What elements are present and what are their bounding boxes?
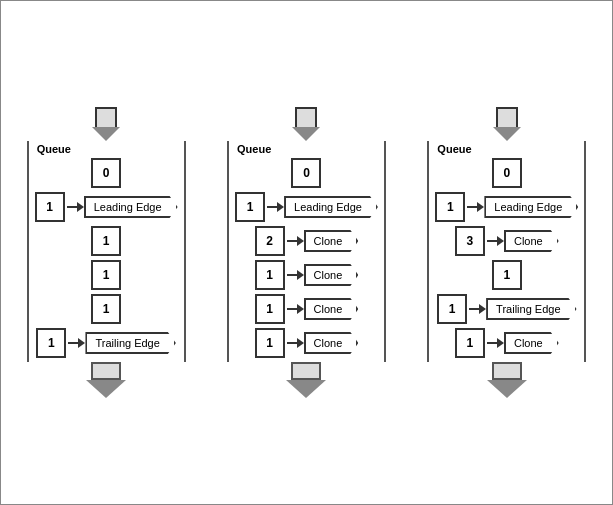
queue-label: Queue <box>435 143 471 155</box>
queue-cell-0: 0 <box>291 158 321 188</box>
top-arrow <box>493 107 521 141</box>
label-leading-edge: Leading Edge <box>84 196 178 218</box>
label-clone: Clone <box>304 332 359 354</box>
arrow-head <box>297 304 304 314</box>
arrow-right <box>67 202 84 212</box>
arrow-right <box>287 338 304 348</box>
queue-pipe: Queue01 Leading Edge3 Clone11 Trailing E… <box>427 141 586 362</box>
arrow-shaft <box>287 274 297 276</box>
queue-row: 1 Trailing Edge <box>437 294 576 324</box>
diagram-diagram-1: Queue01 Leading Edge1111 Trailing Edge <box>27 107 186 398</box>
arrow-shaft <box>487 240 497 242</box>
queue-row: 2 Clone <box>255 226 359 256</box>
queue-row: 1 <box>91 260 121 290</box>
queue-cell-0: 0 <box>492 158 522 188</box>
label-clone: Clone <box>304 264 359 286</box>
queue-cell-3: 1 <box>492 260 522 290</box>
label-leading-edge: Leading Edge <box>284 196 378 218</box>
arrow-head <box>292 127 320 141</box>
queue-cell-3: 1 <box>255 260 285 290</box>
queue-row: 3 Clone <box>455 226 559 256</box>
arrow-right <box>68 338 85 348</box>
arrow-shaft <box>95 107 117 127</box>
arrow-right <box>487 338 504 348</box>
queue-label: Queue <box>235 143 271 155</box>
queue-label: Queue <box>35 143 71 155</box>
arrow-shaft <box>91 362 121 380</box>
arrow-right <box>467 202 484 212</box>
queue-row: 1 <box>91 294 121 324</box>
queue-cell-2: 3 <box>455 226 485 256</box>
queue-cell-3: 1 <box>91 260 121 290</box>
arrow-right <box>287 304 304 314</box>
label-clone: Clone <box>504 230 559 252</box>
arrow-right <box>487 236 504 246</box>
queue-row: 1 Leading Edge <box>35 192 178 222</box>
top-arrow <box>92 107 120 141</box>
arrow-right <box>287 270 304 280</box>
label-clone: Clone <box>504 332 559 354</box>
queue-pipe: Queue01 Leading Edge1111 Trailing Edge <box>27 141 186 362</box>
arrow-head <box>487 380 527 398</box>
arrow-shaft <box>267 206 277 208</box>
arrow-head <box>297 236 304 246</box>
queue-cell-4: 1 <box>255 294 285 324</box>
arrow-head <box>277 202 284 212</box>
arrow-shaft <box>67 206 77 208</box>
arrow-shaft <box>467 206 477 208</box>
queue-cell-5: 1 <box>255 328 285 358</box>
arrow-head <box>78 338 85 348</box>
arrow-shaft <box>487 342 497 344</box>
queue-pipe: Queue01 Leading Edge2 Clone1 Clone1 Clon… <box>227 141 386 362</box>
queue-row: 1 Leading Edge <box>235 192 378 222</box>
queue-row: 1 Leading Edge <box>435 192 578 222</box>
arrow-right <box>267 202 284 212</box>
label-trailing-edge: Trailing Edge <box>486 298 576 320</box>
label-trailing-edge: Trailing Edge <box>85 332 175 354</box>
queue-cell-1: 1 <box>435 192 465 222</box>
queue-row: 1 Clone <box>255 260 359 290</box>
diagram-diagram-3: Queue01 Leading Edge3 Clone11 Trailing E… <box>427 107 586 398</box>
queue-row: 1 <box>91 226 121 256</box>
arrow-shaft <box>492 362 522 380</box>
top-arrow <box>292 107 320 141</box>
queue-cell-2: 2 <box>255 226 285 256</box>
label-leading-edge: Leading Edge <box>484 196 578 218</box>
queue-cell-0: 0 <box>91 158 121 188</box>
arrow-head <box>297 270 304 280</box>
arrow-head <box>297 338 304 348</box>
diagram-diagram-2: Queue01 Leading Edge2 Clone1 Clone1 Clon… <box>227 107 386 398</box>
arrow-head <box>497 236 504 246</box>
arrow-head <box>493 127 521 141</box>
queue-row: 0 <box>291 158 321 188</box>
bottom-arrow <box>286 362 326 398</box>
queue-row: 1 Trailing Edge <box>36 328 175 358</box>
arrow-shaft <box>295 107 317 127</box>
arrow-right <box>287 236 304 246</box>
queue-row: 0 <box>91 158 121 188</box>
label-clone: Clone <box>304 298 359 320</box>
arrow-shaft <box>68 342 78 344</box>
arrow-shaft <box>287 240 297 242</box>
queue-row: 1 <box>492 260 522 290</box>
arrow-shaft <box>291 362 321 380</box>
queue-cell-1: 1 <box>235 192 265 222</box>
arrow-head <box>479 304 486 314</box>
arrow-head <box>477 202 484 212</box>
arrow-head <box>286 380 326 398</box>
queue-cell-4: 1 <box>437 294 467 324</box>
arrow-head <box>86 380 126 398</box>
queue-row: 0 <box>492 158 522 188</box>
bottom-arrow <box>86 362 126 398</box>
arrow-shaft <box>287 342 297 344</box>
queue-row: 1 Clone <box>455 328 559 358</box>
queue-row: 1 Clone <box>255 328 359 358</box>
arrow-shaft <box>496 107 518 127</box>
arrow-head <box>92 127 120 141</box>
queue-cell-5: 1 <box>455 328 485 358</box>
queue-cell-4: 1 <box>91 294 121 324</box>
arrow-head <box>497 338 504 348</box>
queue-cell-1: 1 <box>35 192 65 222</box>
arrow-shaft <box>469 308 479 310</box>
label-clone: Clone <box>304 230 359 252</box>
